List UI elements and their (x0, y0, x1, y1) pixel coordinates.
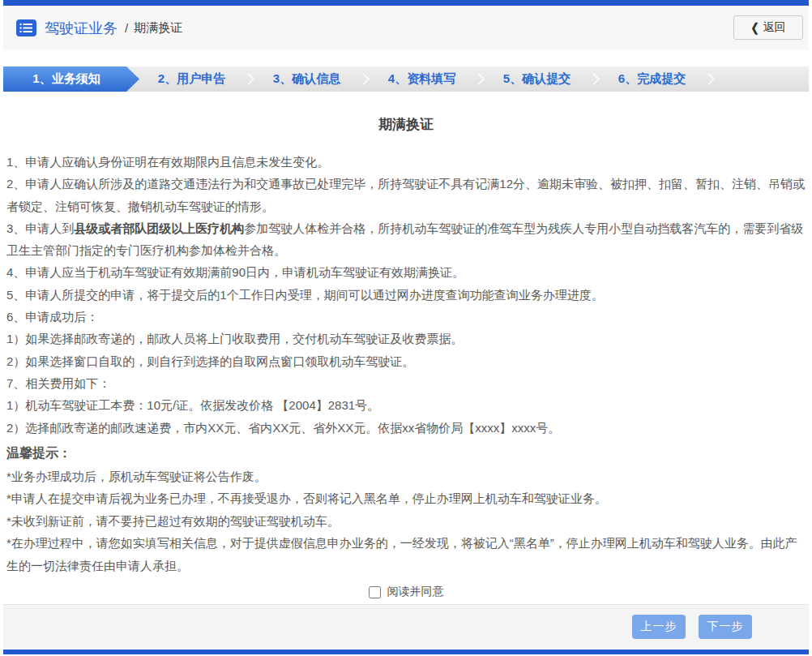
step-tab-6[interactable]: 6、完成提交 (600, 66, 704, 92)
step-separator-chevron-icon (472, 73, 485, 86)
step-separator-chevron-icon (242, 73, 255, 86)
notice-paragraph: 5、申请人所提交的申请，将于提交后的1个工作日内受理，期间可以通过网办进度查询功… (6, 284, 806, 306)
notice-paragraph: 4、申请人应当于机动车驾驶证有效期满前90日内，申请机动车驾驶证有效期满换证。 (6, 261, 806, 283)
step-separator-chevron-icon (703, 73, 716, 86)
step-tabs: 1、业务须知2、用户申告3、确认信息4、资料填写5、确认提交6、完成提交 (3, 66, 809, 92)
chevron-left-icon: ❮ (750, 22, 759, 33)
warm-tip-item: *在办理过程中，请您如实填写相关信息，对于提供虚假信息申办业务的，一经发现，将被… (6, 532, 806, 577)
breadcrumb-section: 驾驶证业务 (45, 19, 118, 38)
back-button-label: 返回 (763, 20, 786, 35)
bottom-accent-bar (3, 650, 809, 654)
step-tab-2[interactable]: 2、用户申告 (139, 66, 244, 92)
notice-paragraph: 1、申请人应确认身份证明在有效期限内且信息未发生变化。 (6, 151, 806, 173)
warm-tip-item: *申请人在提交申请后视为业务已办理，不再接受退办，否则将记入黑名单，停止办理网上… (6, 487, 806, 510)
notice-paragraph: 6、申请成功后： (6, 306, 806, 328)
breadcrumb-page: 期满换证 (134, 20, 182, 36)
notice-paragraph: 2）如果选择窗口自取的，则自行到选择的自取网点窗口领取机动车驾驶证。 (6, 350, 806, 372)
page-title: 期满换证 (3, 115, 809, 134)
main-content: 期满换证 1、申请人应确认身份证明在有效期限内且信息未发生变化。2、申请人应确认… (3, 92, 809, 599)
agree-label: 阅读并同意 (387, 585, 444, 599)
step-separator-chevron-icon (357, 73, 370, 86)
step-tab-3[interactable]: 3、确认信息 (254, 66, 359, 92)
back-button[interactable]: ❮ 返回 (733, 15, 803, 40)
breadcrumb-separator: / (125, 21, 128, 35)
notice-paragraph: 3、申请人到县级或者部队团级以上医疗机构参加驾驶人体检并合格，所持机动车驾驶证的… (6, 217, 806, 262)
list-icon (16, 19, 36, 36)
notice-paragraph: 2、申请人应确认所涉及的道路交通违法行为和交通事故已处理完毕，所持驾驶证不具有记… (6, 173, 806, 217)
notice-paragraphs: 1、申请人应确认身份证明在有效期限内且信息未发生变化。2、申请人应确认所涉及的道… (3, 151, 809, 439)
warm-tip-item: *业务办理成功后，原机动车驾驶证将公告作废。 (6, 465, 806, 488)
step-tab-1[interactable]: 1、业务须知 (3, 66, 139, 92)
notice-paragraph: 1）机动车驾驶证工本费：10元/证。依据发改价格 【2004】2831号。 (6, 394, 806, 416)
next-step-button[interactable]: 下一步 (699, 615, 752, 639)
step-separator-chevron-icon (588, 73, 600, 86)
top-accent-bar (3, 0, 809, 6)
warm-tip-item: *未收到新证前，请不要持已超过有效期的驾驶证驾驶机动车。 (6, 510, 806, 533)
agree-row: 阅读并同意 (3, 585, 809, 599)
page-header: 驾驶证业务 / 期满换证 (3, 6, 809, 50)
notice-paragraph: 7、相关费用如下： (6, 372, 806, 394)
warm-tips-title: 温馨提示： (3, 441, 809, 465)
notice-paragraph: 1）如果选择邮政寄递的，邮政人员将上门收取费用，交付机动车驾驶证及收费票据。 (6, 328, 806, 349)
warm-tips-list: *业务办理成功后，原机动车驾驶证将公告作废。*申请人在提交申请后视为业务已办理，… (3, 465, 809, 577)
step-tab-4[interactable]: 4、资料填写 (370, 66, 474, 92)
agree-checkbox[interactable] (369, 586, 381, 598)
previous-step-button[interactable]: 上一步 (632, 615, 686, 639)
step-tab-5[interactable]: 5、确认提交 (485, 66, 589, 92)
footer-bar: 上一步 下一步 (3, 604, 809, 649)
notice-paragraph: 2）选择邮政寄递的邮政速递费，市内XX元、省内XX元、省外XX元。依据xx省物价… (6, 417, 806, 439)
